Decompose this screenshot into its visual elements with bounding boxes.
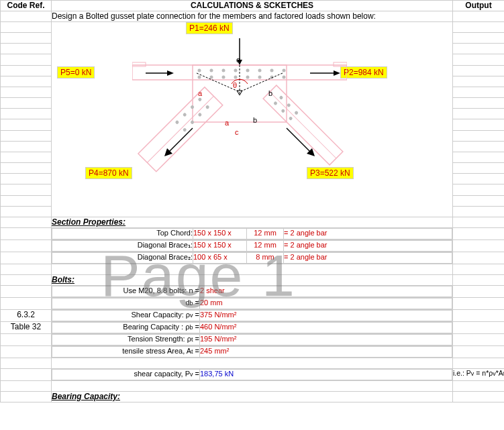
prop-size-0: 150 x 150 x: [193, 229, 247, 239]
svg-point-8: [198, 69, 201, 72]
svg-rect-2: [334, 62, 347, 66]
lbl-c2: c: [235, 128, 239, 136]
svg-point-28: [183, 112, 187, 117]
prop-label-2: Diagonal Brace₂:: [52, 253, 193, 264]
pb-val: 460 N/mm²: [200, 323, 452, 333]
bolts-n: 2 shear: [200, 286, 452, 297]
svg-point-24: [197, 97, 202, 102]
pv-val: 375 N/mm²: [200, 311, 452, 321]
bolts-intro: Use M20, 8.8 bolts: n =: [52, 286, 200, 297]
svg-point-20: [246, 76, 250, 79]
bearing-cap-hdr: Bearing Capacity:: [52, 392, 453, 402]
svg-point-32: [273, 101, 278, 105]
svg-point-36: [289, 116, 293, 121]
svg-point-17: [210, 76, 213, 79]
lbl-theta: θ: [233, 81, 237, 89]
prop-note-0: = 2 angle bar: [284, 229, 452, 239]
coderef-t32: Table 32: [1, 322, 52, 334]
svg-line-49: [240, 73, 283, 92]
svg-line-44: [168, 128, 193, 152]
svg-point-25: [205, 105, 210, 109]
hdr-output: Output: [453, 1, 505, 11]
pv-label: Shear Capacity: ρv =: [52, 311, 200, 321]
svg-point-10: [222, 69, 225, 72]
at-label: tensile stress Area, At =: [52, 347, 200, 358]
pt-label: Tension Strength: ρt =: [52, 335, 200, 345]
prop-note-1: = 2 angle bar: [284, 241, 452, 252]
svg-point-11: [234, 69, 238, 72]
svg-point-13: [258, 69, 262, 72]
svg-line-7: [270, 92, 336, 158]
svg-point-29: [190, 120, 195, 125]
load-p2: P2=984 kN: [340, 66, 387, 78]
prop-t-2: 8 mm: [247, 253, 284, 264]
prop-label-0: Top Chord:: [52, 229, 193, 239]
lbl-b2: b: [253, 116, 257, 124]
svg-point-12: [246, 69, 250, 72]
shear-formula: i.e.: Pv = n*ρv*At: [453, 369, 505, 381]
lbl-a1: a: [198, 89, 202, 97]
at-val: 245 mm²: [200, 347, 452, 358]
svg-point-21: [258, 76, 262, 79]
load-p4: P4=870 kN: [85, 167, 132, 179]
pb-label: Bearing Capacity : ρb =: [52, 323, 200, 333]
svg-point-30: [174, 120, 179, 125]
bolts-hdr: Bolts:: [52, 275, 453, 286]
shear-val: 183,75 kN: [200, 370, 452, 380]
gusset-sketch: [132, 32, 347, 172]
load-p5: P5=0 kN: [57, 66, 95, 78]
svg-line-5: [147, 96, 213, 162]
lbl-a2: a: [225, 119, 229, 127]
design-prompt: Design a Bolted gusset plate connection …: [52, 11, 453, 22]
svg-point-34: [281, 109, 285, 113]
svg-point-19: [234, 76, 238, 79]
db-label: db =: [52, 299, 200, 309]
svg-line-46: [287, 128, 311, 152]
calc-sheet: Code Ref. CALCULATIONS & SCKETCHES Outpu…: [0, 0, 504, 402]
svg-point-18: [222, 76, 225, 79]
svg-point-26: [190, 105, 195, 109]
section-props-hdr: Section Properties:: [52, 217, 453, 228]
sketch-area: P1=246 kN P2=984 kN P3=522 kN P4=870 kN …: [52, 22, 452, 217]
hdr-calcs: CALCULATIONS & SCKETCHES: [52, 1, 453, 11]
svg-point-14: [270, 69, 274, 72]
prop-t-0: 12 mm: [247, 229, 284, 239]
svg-point-9: [210, 69, 213, 72]
svg-marker-43: [167, 70, 174, 76]
shear-label: shear capacity, Pv =: [52, 370, 200, 380]
prop-note-2: = 2 angle bar: [284, 253, 452, 264]
prop-label-1: Diagonal Brace₁:: [52, 241, 193, 252]
svg-point-37: [294, 111, 299, 115]
hdr-coderef: Code Ref.: [1, 1, 52, 11]
svg-point-35: [287, 103, 291, 107]
coderef-632: 6.3.2: [1, 310, 52, 322]
svg-point-31: [183, 127, 187, 132]
lbl-b1: b: [268, 89, 272, 97]
svg-marker-41: [334, 70, 340, 76]
svg-point-27: [197, 112, 202, 117]
lbl-c1: c: [236, 56, 240, 64]
svg-point-23: [283, 76, 286, 79]
svg-point-16: [198, 76, 201, 79]
prop-size-1: 150 x 150 x: [193, 241, 247, 252]
prop-size-2: 100 x 65 x: [193, 253, 247, 264]
svg-point-15: [283, 69, 286, 72]
prop-t-1: 12 mm: [247, 241, 284, 252]
svg-rect-1: [132, 62, 146, 66]
db-val: 20 mm: [200, 299, 452, 309]
pt-val: 195 N/mm²: [200, 335, 452, 345]
svg-point-33: [279, 95, 283, 100]
